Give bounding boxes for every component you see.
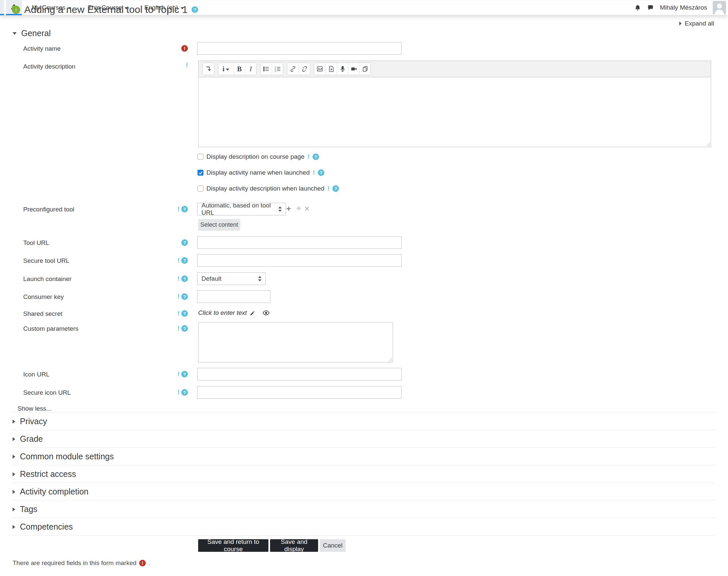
section-label: Restrict access	[20, 469, 76, 479]
avatar[interactable]	[713, 1, 726, 14]
launch-container-select[interactable]: Default	[197, 272, 266, 285]
help-icon[interactable]: ?	[332, 185, 339, 192]
advanced-icon: !	[313, 169, 315, 176]
help-icon[interactable]: ?	[181, 293, 188, 300]
checkbox-label[interactable]: Display description on course page	[206, 153, 304, 161]
help-icon[interactable]: ?	[318, 169, 324, 176]
editor-link-button[interactable]	[287, 63, 298, 75]
svg-text:3: 3	[275, 70, 276, 72]
editor-collapse-button[interactable]	[203, 63, 214, 75]
activity-name-input[interactable]	[197, 42, 402, 55]
icon-url-input[interactable]	[197, 368, 402, 380]
consumer-key-input[interactable]	[197, 290, 270, 303]
advanced-icon: !	[178, 276, 180, 282]
advanced-icon: !	[178, 257, 180, 264]
activity-description-editor: i B I 1 2 3	[198, 61, 711, 147]
checkbox-label[interactable]: Display activity name when launched	[206, 169, 310, 176]
chevron-right-icon	[12, 490, 15, 494]
nav-tab-clipped[interactable]	[0, 0, 4, 15]
editor-ordered-list-button[interactable]: 1 2 3	[272, 63, 283, 75]
divider	[12, 483, 715, 483]
messages-icon[interactable]	[647, 4, 654, 11]
help-icon[interactable]: ?	[181, 310, 188, 317]
custom-parameters-textarea[interactable]	[198, 322, 393, 363]
help-icon[interactable]: ?	[181, 257, 188, 264]
edit-preconfigured-tool-icon[interactable]	[296, 205, 301, 211]
display-activity-name-checkbox[interactable]	[198, 170, 203, 176]
activity-name-label: Activity name	[23, 45, 61, 52]
secure-icon-url-input[interactable]	[197, 386, 402, 399]
save-and-display-button[interactable]: Save and display	[270, 539, 318, 552]
editor-unlink-button[interactable]	[298, 63, 310, 75]
resize-handle[interactable]	[706, 142, 710, 146]
editor-italic-button[interactable]: I	[245, 63, 256, 75]
preconfigured-tool-value: Automatic, based on tool URL	[201, 202, 278, 217]
show-less-link[interactable]: Show less...	[18, 405, 51, 412]
help-icon[interactable]: ?	[313, 153, 319, 160]
preconfigured-tool-select[interactable]: Automatic, based on tool URL	[197, 203, 286, 215]
section-header-common-module-settings[interactable]: Common module settings	[12, 452, 114, 461]
pencil-icon[interactable]	[250, 310, 256, 316]
editor-bold-button[interactable]: B	[234, 63, 245, 75]
required-icon: !	[139, 560, 146, 567]
eye-icon[interactable]	[262, 310, 270, 316]
notifications-bell-icon[interactable]	[634, 4, 641, 11]
chevron-right-icon	[12, 437, 15, 441]
help-icon[interactable]: ?	[181, 389, 188, 396]
checkbox-row-display-description: Display description on course page ! ?	[198, 153, 319, 161]
launch-container-value: Default	[201, 275, 221, 282]
shared-secret-value[interactable]: Click to enter text	[198, 309, 247, 317]
section-header-tags[interactable]: Tags	[12, 505, 37, 514]
cancel-button[interactable]: Cancel	[320, 539, 346, 552]
section-header-restrict-access[interactable]: Restrict access	[12, 469, 76, 479]
checkbox-label[interactable]: Display activity description when launch…	[206, 185, 324, 192]
section-header-activity-completion[interactable]: Activity completion	[12, 487, 88, 496]
editor-media-button[interactable]	[325, 63, 337, 75]
help-icon[interactable]: ?	[181, 325, 188, 332]
divider	[12, 448, 715, 448]
external-tool-icon: ↑	[12, 6, 20, 14]
display-activity-description-checkbox[interactable]	[198, 185, 203, 192]
help-icon[interactable]: ?	[181, 206, 188, 212]
chevron-down-icon	[12, 32, 17, 35]
section-header-privacy[interactable]: Privacy	[12, 416, 47, 426]
divider	[12, 535, 715, 536]
delete-preconfigured-tool-icon[interactable]: ✕	[304, 205, 310, 213]
section-header-grade[interactable]: Grade	[12, 434, 43, 444]
tool-url-label: Tool URL	[23, 239, 49, 247]
tool-url-input[interactable]	[197, 236, 402, 249]
editor-paragraph-styles-button[interactable]: i	[219, 63, 234, 75]
select-content-button[interactable]: Select content	[198, 219, 240, 231]
help-icon[interactable]: ?	[181, 276, 188, 282]
preconfigured-tool-label: Preconfigured tool	[23, 206, 74, 213]
secure-tool-url-input[interactable]	[197, 254, 402, 267]
advanced-icon: !	[178, 371, 180, 377]
divider	[12, 430, 715, 430]
expand-all-link[interactable]: Expand all	[679, 20, 714, 27]
editor-unordered-list-button[interactable]	[260, 63, 272, 75]
help-icon[interactable]: ?	[192, 6, 198, 13]
user-name[interactable]: Mihály Mészáros	[660, 4, 707, 11]
section-header-general[interactable]: General	[12, 29, 51, 38]
section-label: Privacy	[20, 416, 47, 426]
custom-parameters-label: Custom parameters	[23, 325, 79, 333]
shared-secret-label: Shared secret	[23, 310, 62, 317]
checkbox-row-display-activity-description: Display activity description when launch…	[198, 185, 339, 192]
help-icon[interactable]: ?	[181, 239, 188, 246]
chevron-right-icon	[12, 420, 15, 424]
help-icon[interactable]: ?	[181, 371, 188, 377]
divider	[12, 412, 715, 413]
editor-manage-files-button[interactable]	[359, 63, 371, 75]
section-header-competencies[interactable]: Competencies	[12, 522, 73, 531]
editor-image-button[interactable]	[314, 63, 325, 75]
add-preconfigured-tool-icon[interactable]: +	[286, 204, 291, 213]
editor-record-audio-button[interactable]	[337, 63, 348, 75]
resize-handle[interactable]	[388, 357, 392, 362]
editor-record-video-button[interactable]	[348, 63, 359, 75]
section-label: Activity completion	[20, 487, 88, 496]
advanced-icon: !	[327, 185, 329, 192]
editor-content-area[interactable]	[199, 77, 711, 147]
divider	[12, 500, 715, 500]
display-description-checkbox[interactable]	[198, 154, 203, 160]
save-and-return-button[interactable]: Save and return to course	[198, 539, 268, 552]
